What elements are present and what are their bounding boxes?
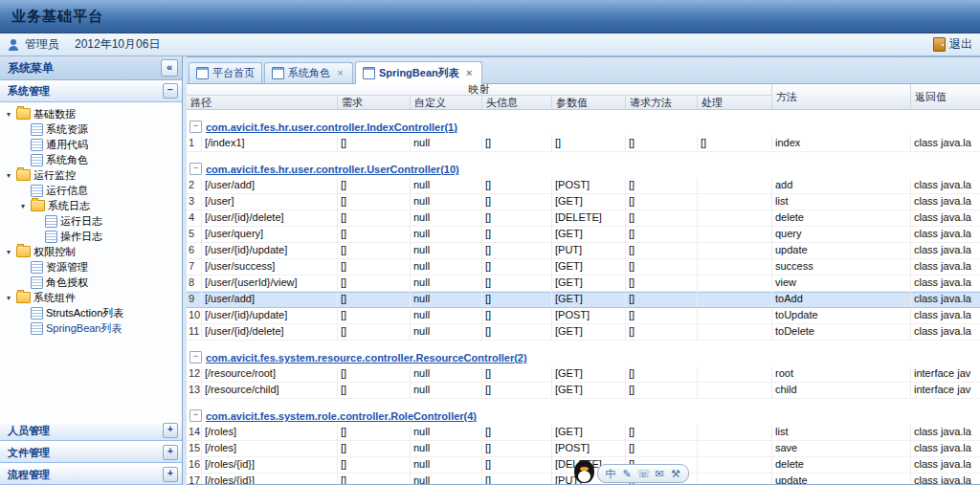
- table-row[interactable]: 8[/user/{userId}/view][]null[][GET][]vie…: [187, 276, 980, 292]
- table-row[interactable]: 4[/user/{id}/delete][]null[][DELETE][]de…: [187, 210, 980, 227]
- ime-chinese-icon[interactable]: 中: [605, 466, 616, 481]
- close-tab-icon[interactable]: ×: [464, 68, 475, 78]
- table-cell: []: [482, 474, 552, 484]
- accordion-panel-personnel-management[interactable]: 人员管理+: [0, 420, 182, 441]
- tree-item-system-components[interactable]: ▾系统组件: [0, 290, 182, 305]
- collapse-group-icon[interactable]: −: [189, 351, 202, 364]
- tree-item-system-logs[interactable]: ▾系统日志: [0, 198, 182, 213]
- table-row[interactable]: 5[/user/query][]null[][GET][]queryclass …: [187, 227, 980, 243]
- tools-icon[interactable]: ⚒: [670, 466, 681, 481]
- close-tab-icon[interactable]: ×: [335, 68, 345, 78]
- column-header-3[interactable]: 头信息: [482, 96, 552, 109]
- table-row[interactable]: 13[/resource/child][]null[][GET][]childi…: [187, 383, 980, 399]
- column-group-mapping[interactable]: 映射: [187, 84, 772, 96]
- tab-springbean-list[interactable]: SpringBean列表×: [355, 61, 482, 84]
- qq-penguin-icon[interactable]: [574, 460, 594, 483]
- accordion-panel-process-management[interactable]: 流程管理+: [0, 464, 182, 485]
- table-row[interactable]: 1[/index1][]null[][][][]indexclass java.…: [187, 136, 980, 152]
- table-row[interactable]: 3[/user][]null[][GET][]listclass java.la: [187, 194, 980, 210]
- table-cell: null: [411, 308, 482, 323]
- tree-item-system-roles[interactable]: 系统角色: [0, 152, 182, 167]
- expand-panel-icon[interactable]: +: [163, 423, 178, 438]
- tree-item-springbean-list[interactable]: SpringBean列表: [0, 320, 182, 336]
- group-header-row[interactable]: −com.avicit.fes.hr.user.controller.UserC…: [187, 152, 980, 178]
- expand-arrow-icon: ▾: [4, 171, 13, 180]
- table-row[interactable]: 15[/roles][]null[][POST][]saveclass java…: [187, 441, 980, 457]
- tree-item-label: 权限控制: [33, 245, 76, 259]
- collapse-sidebar-button[interactable]: «: [161, 59, 178, 77]
- table-row[interactable]: 10[/user/{id}/update][]null[][POST][]toU…: [187, 308, 980, 324]
- collapse-group-icon[interactable]: −: [189, 121, 202, 133]
- table-row[interactable]: 2[/user/add][]null[][POST][]addclass jav…: [187, 178, 980, 194]
- tab-system-roles[interactable]: 系统角色×: [264, 62, 353, 83]
- table-cell: [698, 210, 772, 226]
- expand-panel-icon[interactable]: +: [163, 467, 178, 482]
- table-row[interactable]: 6[/user/{id}/update][]null[][PUT][]updat…: [187, 243, 980, 259]
- tree-item-system-resources[interactable]: 系统资源: [0, 121, 182, 137]
- column-header-1[interactable]: 需求: [338, 96, 411, 109]
- row-number: 1: [187, 136, 202, 151]
- table-cell: [/roles]: [202, 425, 338, 440]
- collapse-group-icon[interactable]: −: [189, 163, 202, 175]
- user-icon: [8, 39, 19, 51]
- table-cell: [698, 227, 772, 242]
- tree-item-role-authorization[interactable]: 角色授权: [0, 275, 182, 290]
- expand-panel-icon[interactable]: +: [163, 445, 178, 460]
- group-header-row[interactable]: −com.avicit.fes.system.role.controller.R…: [187, 399, 980, 425]
- table-row[interactable]: 9[/user/add][]null[][GET][]toAddclass ja…: [187, 292, 980, 308]
- table-cell: [698, 474, 772, 484]
- method-cell: add: [772, 178, 911, 193]
- table-row[interactable]: 14[/roles][]null[][GET][]listclass java.…: [187, 425, 980, 441]
- pen-icon[interactable]: ✎: [621, 466, 633, 481]
- method-cell: toAdd: [772, 292, 911, 307]
- collapse-group-icon[interactable]: −: [189, 409, 202, 422]
- app-header: 业务基础平台: [0, 0, 980, 33]
- column-header-return[interactable]: 返回值: [911, 84, 980, 109]
- accordion-panel-system-management[interactable]: 系统管理 −: [0, 80, 182, 102]
- tree-item-common-codes[interactable]: 通用代码: [0, 137, 182, 152]
- table-cell: []: [338, 194, 411, 209]
- collapse-panel-icon[interactable]: −: [163, 83, 178, 99]
- tree-item-resource-management[interactable]: 资源管理: [0, 259, 182, 275]
- phone-icon[interactable]: ☏: [637, 466, 649, 481]
- tree-item-runtime-log[interactable]: 运行日志: [0, 213, 182, 229]
- table-cell: []: [626, 308, 698, 323]
- table-row[interactable]: 7[/user/success][]null[][GET][]successcl…: [187, 259, 980, 276]
- return-cell: class java.la: [911, 194, 980, 209]
- tree-item-basic-data[interactable]: ▾基础数据: [0, 106, 182, 121]
- group-header-row[interactable]: −com.avicit.fes.hr.user.controller.Index…: [187, 110, 980, 136]
- column-header-4[interactable]: 参数值: [552, 96, 626, 109]
- tree-item-runtime-info[interactable]: 运行信息: [0, 183, 182, 198]
- document-icon: [45, 215, 57, 228]
- accordion-panel-file-management[interactable]: 文件管理+: [0, 442, 182, 463]
- main-area: 系统菜单 « 系统管理 − ▾基础数据系统资源通用代码系统角色▾运行监控运行信息…: [0, 56, 980, 485]
- table-row[interactable]: 11[/user/{id}/delete][]null[][GET][]toDe…: [187, 324, 980, 341]
- tab-platform-home[interactable]: 平台首页: [189, 62, 262, 83]
- qq-toolbar[interactable]: 中✎☏✉⚒: [574, 460, 689, 483]
- tree-item-strutsaction-list[interactable]: StrutsAction列表: [0, 305, 182, 320]
- logout-label: 退出: [949, 36, 972, 53]
- column-header-2[interactable]: 自定义: [411, 96, 482, 109]
- mail-icon[interactable]: ✉: [654, 466, 665, 481]
- table-cell: []: [626, 194, 698, 209]
- table-cell: null: [411, 441, 482, 456]
- column-header-5[interactable]: 请求方法: [626, 96, 698, 109]
- tree-item-runtime-monitor[interactable]: ▾运行监控: [0, 167, 182, 183]
- tree-item-operation-log[interactable]: 操作日志: [0, 229, 182, 244]
- table-cell: []: [626, 276, 698, 291]
- document-icon: [31, 307, 43, 320]
- column-header-method[interactable]: 方法: [772, 84, 911, 109]
- row-number: 5: [187, 227, 202, 242]
- table-cell: []: [338, 259, 411, 275]
- table-cell: []: [482, 178, 552, 193]
- column-header-0[interactable]: 路径: [187, 96, 338, 109]
- table-cell: [698, 178, 772, 193]
- tree-item-permission-control[interactable]: ▾权限控制: [0, 244, 182, 259]
- tree-item-label: 通用代码: [46, 138, 88, 152]
- group-header-row[interactable]: −com.avicit.fes.system.resource.controll…: [187, 341, 980, 366]
- table-row[interactable]: 12[/resource/root][]null[][GET][]rootint…: [187, 366, 980, 383]
- method-cell: list: [772, 425, 911, 440]
- logout-button[interactable]: 退出: [933, 36, 972, 53]
- column-header-6[interactable]: 处理: [698, 96, 772, 109]
- table-cell: [POST]: [552, 441, 626, 456]
